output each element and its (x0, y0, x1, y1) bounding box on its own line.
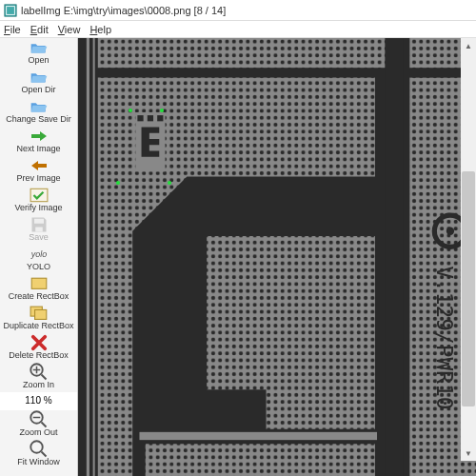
save-icon (30, 217, 49, 232)
menu-view[interactable]: View (58, 24, 81, 35)
pcb-text-upper: V.129/PWR10 (432, 266, 457, 409)
create-rectbox-button[interactable]: Create RectBox (0, 274, 77, 304)
fit-window-icon (30, 442, 49, 457)
svg-rect-19 (385, 38, 403, 476)
duplicate-rectbox-button[interactable]: Duplicate RectBox (0, 304, 77, 333)
annotation-handle[interactable] (129, 109, 132, 112)
zoom-out-button[interactable]: Zoom Out (0, 410, 77, 440)
window-title: labelImg E:\img\try\images\0008.png [8 /… (21, 5, 226, 16)
folder-open-icon (30, 40, 49, 55)
scroll-thumb[interactable] (462, 171, 475, 407)
svg-point-11 (30, 441, 43, 453)
scroll-down-button[interactable]: ▼ (461, 446, 476, 461)
folder-dir-icon (30, 69, 49, 85)
svg-rect-6 (31, 278, 47, 288)
rect-duplicate-icon (30, 306, 49, 321)
format-icon: yolo (30, 247, 49, 262)
menu-help[interactable]: Help (89, 24, 111, 35)
svg-rect-4 (35, 228, 43, 232)
left-toolbar: Open Open Dir Change Save Dir Next Image… (0, 38, 78, 476)
open-button[interactable]: Open (0, 38, 77, 68)
svg-rect-18 (139, 432, 377, 440)
canvas-area[interactable]: V.129/PWR10 V.130-/GND11 ▲ ▼ (78, 38, 476, 476)
svg-point-25 (446, 228, 454, 235)
svg-rect-15 (98, 38, 395, 68)
svg-rect-22 (148, 115, 153, 121)
vertical-scrollbar[interactable]: ▲ ▼ (461, 38, 476, 461)
rect-create-icon (30, 276, 49, 291)
zoom-in-icon (30, 365, 49, 380)
zoom-in-button[interactable]: Zoom In (0, 363, 77, 392)
verify-image-button[interactable]: Verify Image (0, 186, 77, 215)
delete-icon (30, 335, 49, 350)
save-button: Save (0, 215, 77, 245)
menu-edit[interactable]: Edit (30, 24, 49, 35)
fit-window-button[interactable]: Fit Window (0, 440, 77, 469)
arrow-left-icon (30, 158, 49, 173)
image-canvas[interactable]: V.129/PWR10 V.130-/GND11 (78, 38, 476, 476)
scroll-track[interactable] (461, 53, 476, 446)
format-toggle-button[interactable]: yolo YOLO (0, 245, 77, 274)
main-area: Open Open Dir Change Save Dir Next Image… (0, 38, 476, 476)
svg-rect-23 (157, 115, 163, 121)
prev-image-button[interactable]: Prev Image (0, 156, 77, 186)
menu-file[interactable]: File (4, 24, 21, 35)
app-icon (4, 4, 17, 17)
next-image-button[interactable]: Next Image (0, 127, 77, 156)
svg-text:yolo: yolo (30, 249, 47, 259)
open-dir-button[interactable]: Open Dir (0, 68, 77, 97)
annotation-handle[interactable] (116, 181, 120, 185)
zoom-out-icon (30, 412, 49, 427)
title-bar: labelImg E:\img\try\images\0008.png [8 /… (0, 0, 476, 21)
change-save-dir-button[interactable]: Change Save Dir (0, 97, 77, 127)
zoom-level-display[interactable]: 110 % (0, 392, 77, 410)
scroll-up-button[interactable]: ▲ (461, 38, 476, 53)
svg-rect-8 (34, 310, 46, 320)
arrow-right-icon (30, 129, 49, 144)
verify-icon (30, 188, 49, 203)
annotation-handle[interactable] (160, 109, 164, 112)
svg-rect-3 (34, 219, 44, 224)
svg-rect-21 (137, 115, 143, 121)
delete-rectbox-button[interactable]: Delete RectBox (0, 333, 77, 363)
menu-bar: File Edit View Help (0, 21, 476, 38)
annotation-handle[interactable] (168, 181, 171, 185)
folder-save-icon (30, 99, 49, 114)
